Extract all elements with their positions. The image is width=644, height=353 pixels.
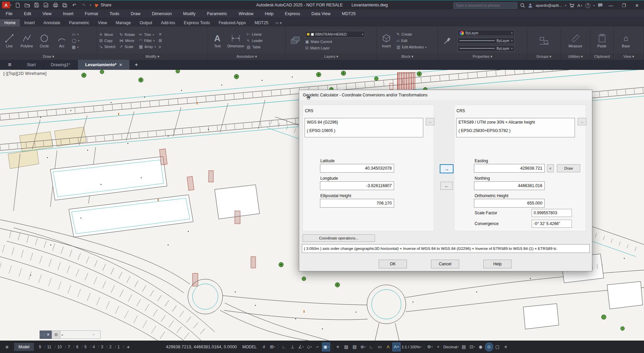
circle-tool[interactable]: Circle: [37, 33, 52, 48]
command-input[interactable]: [65, 333, 92, 337]
layout-tab-6[interactable]: 6: [73, 343, 82, 351]
group-tool-icon[interactable]: [539, 36, 549, 46]
customize-wrench-icon[interactable]: ⚙: [52, 330, 60, 339]
move-tool[interactable]: ✛ Move: [99, 32, 115, 37]
base-view-tool[interactable]: ⌂Base: [619, 33, 633, 48]
paste-tool[interactable]: Paste: [595, 33, 609, 48]
share-button[interactable]: Share: [95, 3, 111, 7]
panel-label-clipboard[interactable]: Clipboard: [590, 53, 613, 60]
measure-tool[interactable]: Measure: [568, 33, 583, 48]
coordinate-operations-button[interactable]: Coordinate operations...: [303, 234, 375, 242]
line-tool[interactable]: Line: [2, 33, 17, 48]
ribbon-tab-manage[interactable]: Manage: [111, 19, 135, 27]
layout-tab-7[interactable]: 7: [65, 343, 73, 351]
menu-insert[interactable]: Insert: [57, 9, 79, 18]
layer-properties-tool[interactable]: [288, 36, 303, 46]
menu-modify[interactable]: Modify: [177, 9, 201, 18]
edit-block-tool[interactable]: ▱ Edit: [396, 38, 427, 43]
command-close-icon[interactable]: ✕: [44, 330, 52, 339]
ok-button[interactable]: OK: [379, 260, 407, 268]
fillet-tool[interactable]: ◠ Fillet ▾: [139, 38, 156, 43]
file-tab-start[interactable]: Start: [19, 60, 43, 70]
rectangle-tool-icon[interactable]: ▭ ▾: [72, 32, 79, 37]
hatch-tool-icon[interactable]: ▦ ▾: [72, 45, 79, 49]
panel-label-block[interactable]: Block ▾: [377, 53, 438, 60]
help-icon[interactable]: ?: [585, 3, 590, 8]
trim-tool[interactable]: ✂ Trim ▾: [139, 32, 156, 37]
target-crs-box[interactable]: ETRS89 / UTM zone 30N + Alicante height …: [456, 118, 575, 137]
panel-label-layers[interactable]: Layers ▾: [286, 53, 377, 60]
panel-label-groups[interactable]: Groups ▾: [527, 53, 560, 60]
restore-button[interactable]: ❐: [619, 2, 629, 9]
ellipse-tool-icon[interactable]: ◯ ▾: [72, 38, 79, 43]
table-tool[interactable]: ▤ Table: [247, 45, 263, 49]
menu-tools[interactable]: Tools: [104, 9, 125, 18]
ribbon-tab-mdt25[interactable]: MDT25: [250, 19, 273, 27]
ribbon-display-toggle-icon[interactable]: ▭ ▾: [275, 21, 282, 27]
file-tabs-menu-icon[interactable]: ≡: [0, 60, 19, 70]
lineweight-dropdown[interactable]: ByLayer▾: [458, 38, 515, 44]
menu-dimension[interactable]: Dimension: [146, 9, 177, 18]
viewport-controls[interactable]: [-][Top][2D Wireframe]: [3, 71, 47, 76]
new-tab-button[interactable]: +: [130, 60, 143, 70]
lineweight-icon[interactable]: ≡: [334, 343, 342, 351]
minimize-button[interactable]: —: [606, 2, 616, 9]
quick-properties-icon[interactable]: ▤: [460, 343, 468, 351]
menu-mdt25[interactable]: MDT25: [336, 9, 361, 18]
layout-tab-11[interactable]: 11: [44, 343, 54, 351]
panel-label-draw[interactable]: Draw ▾: [0, 53, 97, 60]
annotation-visibility-icon[interactable]: A: [384, 343, 392, 351]
help-search[interactable]: [453, 2, 517, 9]
ribbon-tab-parametric[interactable]: Parametric: [65, 19, 94, 27]
graphics-performance-icon[interactable]: ⊙: [485, 343, 493, 351]
stretch-tool[interactable]: ↘ Stretch: [99, 44, 115, 49]
scale-tool[interactable]: ↗ Scale: [119, 44, 135, 49]
easting-input[interactable]: [474, 164, 545, 173]
save-icon[interactable]: [34, 2, 40, 8]
ribbon-tab-featured-apps[interactable]: Featured Apps: [214, 19, 250, 27]
match-properties-tool[interactable]: [440, 36, 455, 46]
help-search-input[interactable]: [455, 3, 515, 7]
isodraft-icon[interactable]: ◇▾: [305, 343, 313, 351]
save-as-icon[interactable]: [43, 2, 49, 8]
close-button[interactable]: ✕: [632, 2, 642, 9]
3d-object-snap-icon[interactable]: ⊚▾: [359, 343, 367, 351]
object-snap-icon[interactable]: ▣▾: [322, 343, 330, 351]
app-store-cart-icon[interactable]: [569, 3, 574, 8]
linear-dim-tool[interactable]: ⊢ Linear: [247, 32, 263, 37]
workspace-gear-icon[interactable]: ⚙▾: [426, 343, 434, 351]
panel-label-utilities[interactable]: Utilities ▾: [561, 53, 590, 60]
ribbon-tab-insert[interactable]: Insert: [20, 19, 39, 27]
layout-tab-9[interactable]: 9: [36, 343, 44, 351]
plot-icon[interactable]: [52, 2, 58, 8]
layout-tab-3[interactable]: 3: [98, 343, 106, 351]
annotation-scale-button[interactable]: 1:1 / 100%▾: [401, 343, 422, 351]
linetype-dropdown[interactable]: ByLayer▾: [458, 45, 515, 51]
feedback-bubble-icon[interactable]: [598, 3, 603, 8]
menu-data-view[interactable]: Data View: [306, 9, 336, 18]
layout-tab-10[interactable]: 10: [54, 343, 65, 351]
copy-tool[interactable]: ⊞ Copy: [99, 38, 115, 43]
layout-tab-5[interactable]: 5: [82, 343, 90, 351]
ribbon-tab-express-tools[interactable]: Express Tools: [179, 19, 214, 27]
menu-view[interactable]: View: [37, 9, 57, 18]
offset-tool-icon[interactable]: ≡: [159, 45, 162, 49]
dialog-title-bar[interactable]: Geodetic Calculator - Coordinate Convers…: [299, 90, 592, 100]
units-button[interactable]: Decimal▾: [443, 343, 460, 351]
command-input-box[interactable]: ▸ ▾: [60, 330, 101, 339]
dimension-tool[interactable]: Dimension: [227, 33, 244, 48]
file-tab-drawing1[interactable]: Drawing1*: [43, 60, 78, 70]
ribbon-tab-annotate[interactable]: Annotate: [39, 19, 65, 27]
object-snap-tracking-icon[interactable]: ⌐: [314, 343, 322, 351]
array-tool[interactable]: ▦ Array ▾: [139, 44, 156, 49]
signed-in-user[interactable]: apardo@aplit...: [536, 3, 562, 7]
model-tab[interactable]: Model: [14, 343, 34, 351]
help-button[interactable]: Help: [483, 260, 512, 268]
redo-icon[interactable]: ↷: [80, 2, 87, 8]
infer-constraints-icon[interactable]: ∟: [280, 343, 288, 351]
user-menu-caret-icon[interactable]: ▾: [565, 4, 566, 7]
user-avatar-icon[interactable]: [528, 3, 533, 8]
transparency-icon[interactable]: ▨: [342, 343, 350, 351]
customization-icon[interactable]: ≡: [502, 343, 510, 351]
text-tool[interactable]: AText: [210, 33, 225, 48]
